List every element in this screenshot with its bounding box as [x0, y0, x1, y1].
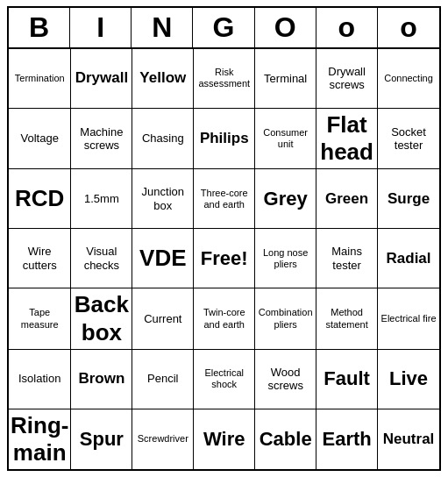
grid-cell-18: Grey [255, 169, 316, 229]
cell-text-13: Socket tester [380, 125, 437, 153]
grid-cell-9: Chasing [132, 109, 194, 169]
grid-cell-2: Yellow [132, 49, 194, 109]
cell-text-34: Electrical fire [381, 313, 437, 324]
grid-cell-39: Wood screws [255, 350, 316, 409]
cell-text-1: Drywall [75, 69, 128, 87]
grid-cell-48: Neutral [378, 409, 439, 469]
header-cell-b-0: B [9, 8, 70, 47]
grid-cell-26: Mains tester [316, 229, 378, 288]
cell-text-16: Junction box [134, 185, 191, 212]
cell-text-27: Radial [387, 250, 431, 267]
header-cell-g-3: G [193, 8, 254, 47]
grid-cell-10: Philips [194, 109, 255, 169]
cell-text-43: Spur [80, 428, 124, 451]
grid-cell-45: Wire [194, 409, 255, 469]
cell-text-40: Fault [324, 367, 370, 390]
grid-cell-19: Green [316, 169, 378, 229]
grid-cell-1: Drywall [71, 49, 132, 109]
grid-cell-37: Pencil [132, 350, 194, 409]
cell-text-36: Brown [78, 370, 124, 388]
grid-cell-6: Connecting [378, 49, 439, 109]
cell-text-31: Twin-core and earth [196, 307, 252, 330]
grid-cell-3: Risk assessment [194, 49, 255, 109]
header-cell-i-1: I [70, 8, 132, 47]
grid-cell-30: Current [132, 288, 194, 349]
grid-cell-47: Earth [316, 409, 378, 469]
bingo-card: BINGOoo TerminationDrywallYellowRisk ass… [7, 6, 441, 471]
header-cell-o-5: o [316, 8, 378, 47]
cell-text-29: Back box [73, 291, 130, 345]
cell-text-25: Long nose pliers [257, 247, 314, 270]
grid-cell-12: Flat head [316, 109, 378, 169]
cell-text-3: Risk assessment [196, 67, 252, 89]
grid-cell-22: Visual checks [71, 229, 132, 288]
cell-text-26: Mains tester [318, 245, 375, 272]
header-cell-o-6: o [378, 8, 439, 47]
grid-cell-40: Fault [316, 350, 378, 409]
cell-text-38: Electrical shock [196, 367, 252, 390]
cell-text-44: Screwdriver [138, 433, 188, 445]
cell-text-30: Current [144, 312, 181, 326]
cell-text-32: Combination pliers [257, 307, 314, 330]
grid-cell-16: Junction box [132, 169, 194, 229]
grid-cell-0: Termination [9, 49, 71, 109]
grid-cell-15: 1.5mm [71, 169, 132, 229]
cell-text-11: Consumer unit [257, 127, 314, 150]
grid-cell-11: Consumer unit [255, 109, 316, 169]
grid-cell-43: Spur [71, 409, 132, 469]
cell-text-17: Three-core and earth [196, 188, 252, 210]
grid-cell-27: Radial [378, 229, 439, 288]
grid-cell-7: Voltage [9, 109, 71, 169]
grid-cell-35: Isolation [9, 350, 71, 409]
cell-text-46: Cable [260, 428, 312, 451]
grid-cell-33: Method statement [316, 288, 378, 349]
grid-cell-24: Free! [194, 229, 255, 288]
grid-cell-28: Tape measure [9, 288, 71, 349]
grid-cell-17: Three-core and earth [194, 169, 255, 229]
cell-text-6: Connecting [384, 73, 433, 84]
grid-cell-20: Surge [378, 169, 439, 229]
header-cell-n-2: N [132, 8, 193, 47]
grid-cell-23: VDE [132, 229, 194, 288]
cell-text-20: Surge [388, 190, 430, 208]
grid-cell-38: Electrical shock [194, 350, 255, 409]
cell-text-28: Tape measure [11, 307, 68, 330]
grid-cell-14: RCD [9, 169, 71, 229]
grid-cell-41: Live [378, 350, 439, 409]
cell-text-48: Neutral [383, 431, 435, 448]
grid-cell-32: Combination pliers [255, 288, 316, 349]
cell-text-2: Yellow [139, 69, 186, 87]
cell-text-12: Flat head [318, 111, 375, 166]
grid-cell-29: Back box [71, 288, 132, 349]
cell-text-47: Earth [322, 428, 371, 451]
cell-text-37: Pencil [147, 372, 178, 386]
grid-cell-8: Machine screws [71, 109, 132, 169]
grid-cell-5: Drywall screws [316, 49, 378, 109]
cell-text-8: Machine screws [73, 125, 130, 153]
cell-text-0: Termination [15, 73, 65, 84]
cell-text-45: Wire [203, 428, 245, 451]
cell-text-35: Isolation [18, 372, 60, 386]
cell-text-10: Philips [200, 130, 249, 147]
cell-text-23: VDE [139, 245, 186, 272]
cell-text-9: Chasing [142, 132, 184, 146]
cell-text-5: Drywall screws [318, 65, 375, 92]
grid-cell-13: Socket tester [378, 109, 439, 169]
cell-text-22: Visual checks [73, 245, 130, 272]
grid-cell-34: Electrical fire [378, 288, 439, 349]
grid-cell-42: Ring-main [9, 409, 71, 469]
cell-text-39: Wood screws [257, 366, 314, 393]
grid-cell-46: Cable [255, 409, 316, 469]
grid-cell-36: Brown [71, 350, 132, 409]
cell-text-15: 1.5mm [84, 192, 119, 206]
grid-cell-21: Wire cutters [9, 229, 71, 288]
grid-cell-44: Screwdriver [132, 409, 194, 469]
cell-text-21: Wire cutters [11, 245, 68, 272]
cell-text-42: Ring-main [11, 412, 68, 466]
header-cell-o-4: O [255, 8, 316, 47]
cell-text-33: Method statement [318, 307, 375, 330]
grid-cell-25: Long nose pliers [255, 229, 316, 288]
grid-cell-4: Terminal [255, 49, 316, 109]
cell-text-24: Free! [201, 247, 248, 270]
cell-text-4: Terminal [264, 72, 307, 86]
